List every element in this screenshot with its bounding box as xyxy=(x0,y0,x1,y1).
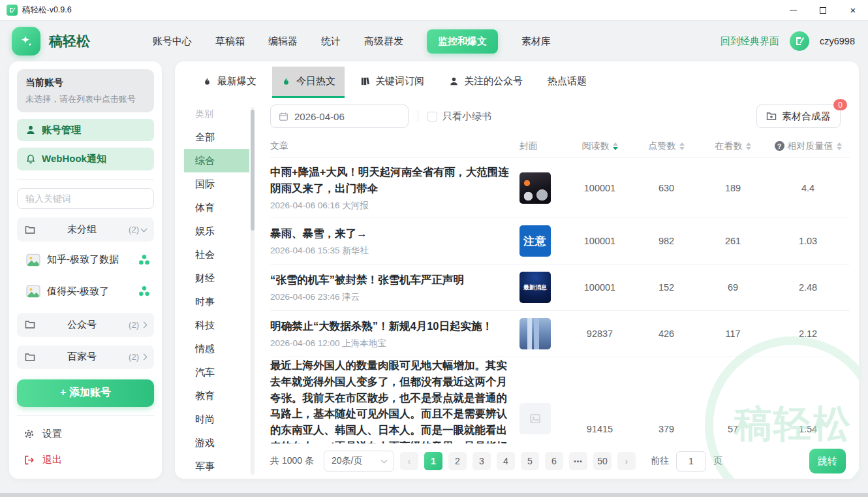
goto-unit: 页 xyxy=(713,455,722,467)
jump-button[interactable]: 跳转 xyxy=(809,449,846,473)
article-meta: 2026-04-06 06:16 大河报 xyxy=(270,200,516,212)
article-row[interactable]: 暴雨、暴雪，来了→ 2026-04-06 15:35 新华社 注意 100001… xyxy=(270,218,850,265)
article-title[interactable]: 明确禁止“大数据杀熟”！新规4月10日起实施！ xyxy=(270,318,516,334)
folder-icon xyxy=(25,320,35,329)
nav-monitor-hot[interactable]: 监控和爆文 xyxy=(427,29,498,54)
header-watches[interactable]: 在看数 xyxy=(700,140,766,152)
article-title[interactable]: 最近上海外国人的数量肉眼可见地大幅增加。其实去年就觉得外国人变多了，但都没有最近… xyxy=(270,357,516,443)
user-avatar[interactable] xyxy=(790,31,809,51)
article-row[interactable]: “张雪的机车”被封禁！张雪机车严正声明 2026-04-06 23:46 津云 … xyxy=(270,265,850,311)
question-icon xyxy=(775,141,784,151)
green-book-checkbox[interactable] xyxy=(427,112,437,121)
category-games[interactable]: 游戏 xyxy=(184,431,249,455)
header-reads[interactable]: 阅读数 xyxy=(566,140,633,152)
tab-label: 关注的公众号 xyxy=(464,75,523,88)
tab-today-hot[interactable]: 今日热文 xyxy=(272,67,345,98)
category-society[interactable]: 社会 xyxy=(184,243,249,266)
category-emotion[interactable]: 情感 xyxy=(184,337,249,361)
page-button-2[interactable]: 2 xyxy=(448,452,467,470)
tab-hot-topics[interactable]: 热点话题 xyxy=(538,67,596,98)
page-button-4[interactable]: 4 xyxy=(497,452,515,470)
add-account-button[interactable]: + 添加账号 xyxy=(17,379,154,407)
page-button-5[interactable]: 5 xyxy=(521,452,539,470)
article-title[interactable]: 暴雨、暴雪，来了→ xyxy=(270,225,516,242)
article-title[interactable]: “张雪的机车”被封禁！张雪机车严正声明 xyxy=(270,272,516,288)
article-cover[interactable] xyxy=(519,318,551,349)
reads-value: 100001 xyxy=(566,183,633,193)
keyword-input[interactable] xyxy=(17,188,154,210)
article-title[interactable]: 中雨+降温+大风！明天起河南全省有雨，大范围连阴雨又来了，出门带伞 xyxy=(270,164,516,197)
category-international[interactable]: 国际 xyxy=(184,172,249,196)
category-travel[interactable]: 旅游 xyxy=(184,478,249,479)
account-item-zdm[interactable]: 值得买-极致了 xyxy=(17,278,154,304)
category-current-affairs[interactable]: 时事 xyxy=(184,290,249,313)
category-all[interactable]: 全部 xyxy=(184,125,249,149)
group-ungrouped[interactable]: 未分组 (2) xyxy=(17,217,154,241)
nav-account-center[interactable]: 账号中心 xyxy=(153,35,192,48)
tab-followed-accounts[interactable]: 关注的公众号 xyxy=(440,67,532,98)
category-list-label: 类别 xyxy=(184,103,249,125)
back-to-classic-link[interactable]: 回到经典界面 xyxy=(721,35,779,48)
category-general[interactable]: 综合 xyxy=(184,149,249,172)
divider xyxy=(418,110,418,122)
page-button-1[interactable]: 1 xyxy=(424,452,442,470)
category-education[interactable]: 教育 xyxy=(184,384,249,408)
nav-material-library[interactable]: 素材库 xyxy=(521,35,551,48)
nav-drafts[interactable]: 草稿箱 xyxy=(215,35,245,48)
category-fashion[interactable]: 时尚 xyxy=(184,408,249,431)
article-cover[interactable]: 注意 xyxy=(519,225,551,257)
group-name: 百家号 xyxy=(35,351,129,363)
page-button-3[interactable]: 3 xyxy=(473,452,491,470)
article-cover[interactable] xyxy=(519,172,551,204)
group-baijiahao[interactable]: 百家号 (2) xyxy=(17,345,154,369)
article-cover[interactable]: 最新消息 xyxy=(519,272,551,303)
quality-value: 2.12 xyxy=(766,329,850,339)
article-row[interactable]: 明确禁止“大数据杀熟”！新规4月10日起实施！ 2026-04-06 12:00… xyxy=(270,311,850,357)
article-cover[interactable] xyxy=(519,403,551,434)
category-finance[interactable]: 财经 xyxy=(184,266,249,290)
category-auto[interactable]: 汽车 xyxy=(184,361,249,384)
nav-mass-send[interactable]: 高级群发 xyxy=(364,35,403,48)
maximize-button[interactable] xyxy=(808,0,838,20)
nav-stats[interactable]: 统计 xyxy=(321,35,341,48)
prev-page-button[interactable]: ‹ xyxy=(400,452,418,470)
tab-latest-hot[interactable]: 最新爆文 xyxy=(193,67,266,98)
doc-pen-icon xyxy=(794,36,805,46)
current-account-hint: 未选择，请在列表中点击账号 xyxy=(25,93,146,105)
composer-label: 素材合成器 xyxy=(782,110,831,123)
webhook-button[interactable]: WebHook通知 xyxy=(17,148,154,170)
category-sports[interactable]: 体育 xyxy=(184,196,249,219)
minimize-button[interactable] xyxy=(778,0,808,20)
category-military[interactable]: 军事 xyxy=(184,455,249,478)
logout-button[interactable]: 退出 xyxy=(17,449,154,471)
category-entertainment[interactable]: 娱乐 xyxy=(184,219,249,243)
page-size-select[interactable]: 20条/页 xyxy=(324,451,394,472)
page-button-6[interactable]: 6 xyxy=(545,452,563,470)
more-pages-button[interactable]: ••• xyxy=(569,452,587,470)
scrollbar-thumb[interactable] xyxy=(251,110,255,231)
account-item-zhihu[interactable]: 知乎-极致了数据 xyxy=(17,247,154,273)
article-row[interactable]: 最近上海外国人的数量肉眼可见地大幅增加。其实去年就觉得外国人变多了，但都没有最近… xyxy=(270,357,850,443)
settings-button[interactable]: 设置 xyxy=(17,423,154,445)
next-page-button[interactable]: › xyxy=(617,452,636,470)
header-quality[interactable]: 相对质量值 xyxy=(766,140,850,152)
category-scrollbar[interactable] xyxy=(251,107,255,475)
left-sidebar: 当前账号 未选择，请在列表中点击账号 账号管理 WebHook通知 未分组 (2… xyxy=(9,61,162,479)
page-button-50[interactable]: 50 xyxy=(593,452,612,470)
close-button[interactable]: × xyxy=(838,0,868,20)
app-icon xyxy=(7,5,18,16)
person-icon xyxy=(25,125,36,135)
pagination-bar: 共 1000 条 20条/页 ‹ 1 2 3 4 5 6 ••• 50 › 前往 xyxy=(270,443,850,479)
category-tech[interactable]: 科技 xyxy=(184,313,249,337)
account-manage-button[interactable]: 账号管理 xyxy=(17,119,154,141)
date-picker[interactable]: 2026-04-06 xyxy=(270,104,409,128)
tab-keyword-subscribe[interactable]: 关键词订阅 xyxy=(351,67,433,98)
nav-editor[interactable]: 编辑器 xyxy=(268,35,298,48)
settings-label: 设置 xyxy=(42,428,62,440)
current-account-label: 当前账号 xyxy=(25,76,146,89)
article-row[interactable]: 中雨+降温+大风！明天起河南全省有雨，大范围连阴雨又来了，出门带伞 2026-0… xyxy=(270,158,850,218)
goto-page-input[interactable] xyxy=(676,451,706,472)
group-gongzhonghao[interactable]: 公众号 (2) xyxy=(17,313,154,336)
header-likes[interactable]: 点赞数 xyxy=(633,140,700,152)
material-composer-button[interactable]: 素材合成器 0 xyxy=(756,104,841,128)
